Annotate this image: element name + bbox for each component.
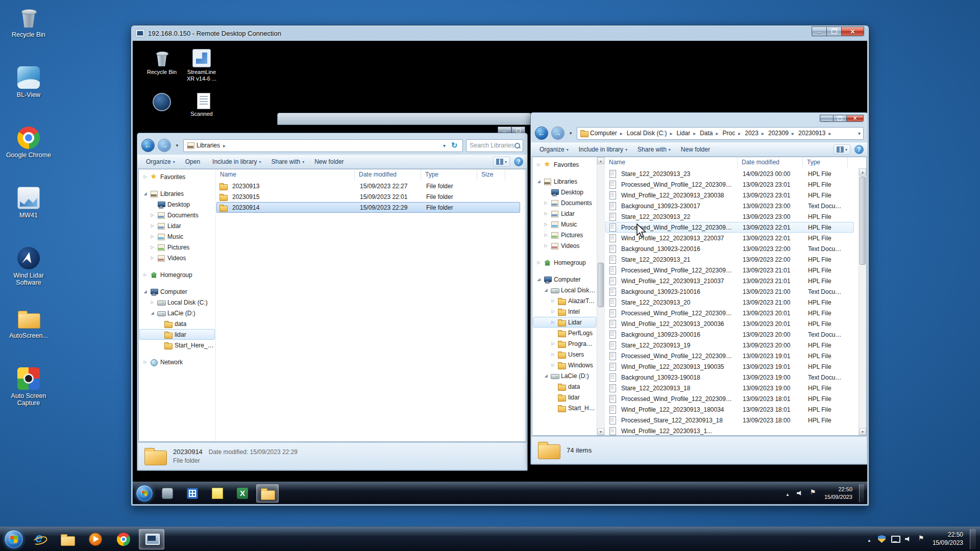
tree-item[interactable]: ▷ Lidar <box>533 317 596 328</box>
column-header[interactable]: Name <box>216 169 355 181</box>
toolbar-button[interactable]: Open <box>181 156 207 167</box>
tree-item[interactable]: ◢ Computer <box>139 286 215 297</box>
toolbar-button[interactable]: Organize ▾ <box>535 144 573 155</box>
taskbar-app-button[interactable] <box>139 529 164 549</box>
expander-icon[interactable]: ▷ <box>142 272 148 277</box>
file-row[interactable]: Background_130923-200016 13/09/2023 20:0… <box>605 329 854 340</box>
breadcrumb-item[interactable]: 2023 <box>744 130 767 137</box>
tree-item[interactable]: ▷ Homegroup <box>533 257 596 268</box>
tree-item[interactable]: ▷ Documents <box>139 210 215 220</box>
minimize-button[interactable] <box>812 27 826 36</box>
scroll-up-icon[interactable]: ▲ <box>597 157 604 164</box>
breadcrumb-item[interactable]: Data <box>699 130 721 137</box>
action-center-icon[interactable] <box>877 535 886 543</box>
file-row[interactable]: Stare_122_20230913_19 13/09/2023 20:00 H… <box>605 340 854 350</box>
volume-icon[interactable] <box>904 535 913 543</box>
tree-item[interactable]: ◢ Computer <box>533 274 596 285</box>
tree-item[interactable]: ◢ Local Disk (C:) <box>533 285 596 295</box>
help-button[interactable] <box>854 145 864 154</box>
taskbar-app-button[interactable] <box>256 484 279 503</box>
expander-icon[interactable]: ▷ <box>543 243 549 248</box>
desktop-icon[interactable]: Google Chrome <box>2 123 55 184</box>
file-row[interactable]: Wind_Profile_122_20230913_180034 13/09/2… <box>605 404 854 415</box>
desktop-icon[interactable]: Recycle Bin <box>2 3 55 63</box>
scroll-down-icon[interactable]: ▼ <box>597 428 604 435</box>
file-row[interactable]: Wind_Profile_122_20230913_230038 13/09/2… <box>605 190 854 201</box>
file-row[interactable]: Processed_Wind_Profile_122_20230913_2...… <box>605 179 854 190</box>
taskbar-clock[interactable]: 22:50 15/09/2023 <box>822 486 854 500</box>
tree-item[interactable]: ▷ Local Disk (C:) <box>139 297 215 308</box>
expander-icon[interactable]: ▷ <box>550 320 556 324</box>
column-header[interactable]: Name <box>605 157 738 168</box>
views-button[interactable]: ▾ <box>493 157 510 167</box>
tree-item[interactable]: ◢ LaCie (D:) <box>533 370 596 381</box>
file-row[interactable]: 20230915 15/09/2023 22:01 File folder <box>216 191 520 202</box>
tree-item[interactable]: ▷ Favorites <box>139 171 215 182</box>
file-row[interactable]: Wind_Profile_122_20230913_1... <box>605 425 854 435</box>
desktop-icon[interactable]: BL-View <box>2 63 55 123</box>
taskbar-app-button[interactable] <box>55 529 80 549</box>
expander-icon[interactable]: ◢ <box>536 277 542 282</box>
desktop-icon[interactable]: Wind Lidar Software <box>2 244 55 304</box>
taskbar-app-button[interactable] <box>83 529 108 549</box>
taskbar-app-button[interactable] <box>231 484 254 503</box>
volume-icon[interactable] <box>796 489 804 497</box>
column-header[interactable]: Type <box>803 157 848 168</box>
tree-item[interactable]: ▷ Program Files <box>533 338 596 349</box>
file-row[interactable]: Processed_Wind_Profile_122_20230913_2...… <box>605 308 854 318</box>
toolbar-button[interactable]: Include in library ▾ <box>574 144 632 155</box>
desktop-icon[interactable]: Recycle Bin <box>142 47 182 91</box>
breadcrumb-item[interactable]: Local Disk (C:) <box>626 130 676 137</box>
tree-item[interactable]: data <box>139 318 215 329</box>
tree-item[interactable]: ▷ Users <box>533 349 596 360</box>
tree-item[interactable]: ▷ Network <box>139 357 215 367</box>
maximize-button[interactable] <box>833 115 846 122</box>
tree-item[interactable]: data <box>533 381 596 392</box>
back-button[interactable] <box>535 127 548 140</box>
expander-icon[interactable]: ▷ <box>536 162 542 167</box>
file-row[interactable]: Processed_Wind_Profile_122_20230913_1...… <box>605 393 854 404</box>
expander-icon[interactable]: ▷ <box>150 213 155 217</box>
toolbar-button[interactable]: Share with ▾ <box>633 144 675 155</box>
help-button[interactable] <box>514 157 523 166</box>
expander-icon[interactable]: ▷ <box>543 222 549 227</box>
tree-item[interactable]: ▷ Videos <box>139 253 215 263</box>
address-dropdown-icon[interactable] <box>858 130 861 137</box>
expander-icon[interactable]: ▷ <box>142 360 148 364</box>
file-row[interactable]: Wind_Profile_122_20230913_220037 13/09/2… <box>605 233 854 243</box>
expander-icon[interactable]: ▷ <box>150 234 155 239</box>
scrollbar-thumb[interactable] <box>598 263 604 307</box>
desktop-icon[interactable] <box>142 91 182 135</box>
scroll-down-icon[interactable]: ▼ <box>859 428 866 435</box>
show-desktop-button[interactable] <box>859 484 864 503</box>
taskbar-clock[interactable]: 22:50 15/09/2023 <box>930 531 965 547</box>
breadcrumb-item[interactable]: 202309 <box>767 130 797 137</box>
column-header[interactable]: Type <box>421 169 477 181</box>
address-bar[interactable]: Libraries <box>183 139 463 152</box>
expander-icon[interactable]: ▷ <box>543 233 549 237</box>
expander-icon[interactable]: ▷ <box>550 341 556 346</box>
sidebar-scrollbar[interactable]: ▲ ▼ <box>597 157 604 435</box>
tray-expand-icon[interactable] <box>784 489 791 498</box>
toolbar-button[interactable]: New folder <box>676 144 717 155</box>
tree-item[interactable]: lidar <box>533 392 596 403</box>
tree-item[interactable]: lidar <box>139 329 215 340</box>
address-bar[interactable]: ComputerLocal Disk (C:)LidarDataProc2023… <box>577 127 864 140</box>
expander-icon[interactable]: ▷ <box>142 174 148 179</box>
background-window-titlebar[interactable] <box>277 113 531 125</box>
breadcrumb-item[interactable]: Computer <box>589 130 626 137</box>
tray-expand-icon[interactable] <box>866 535 873 544</box>
expander-icon[interactable]: ◢ <box>543 373 549 378</box>
taskbar-app-button[interactable] <box>156 484 179 503</box>
tree-item[interactable]: ▷ Music <box>533 219 596 230</box>
file-row[interactable]: Processed_Wind_Profile_122_20230913_2...… <box>605 265 854 276</box>
tree-item[interactable]: ◢ Libraries <box>533 176 596 187</box>
tree-item[interactable]: ▷ Lidar <box>139 220 215 231</box>
rdp-titlebar[interactable]: 192.168.0.150 - Remote Desktop Connectio… <box>131 26 869 41</box>
expander-icon[interactable]: ▷ <box>550 309 556 314</box>
breadcrumb-item[interactable]: Libraries <box>195 142 229 149</box>
file-list-scrollbar[interactable]: ▲ ▼ <box>859 168 866 435</box>
column-header[interactable]: Date modified <box>355 169 421 181</box>
tree-item[interactable]: ▷ AlazarTech <box>533 295 596 306</box>
tree-item[interactable]: Desktop <box>533 187 596 197</box>
